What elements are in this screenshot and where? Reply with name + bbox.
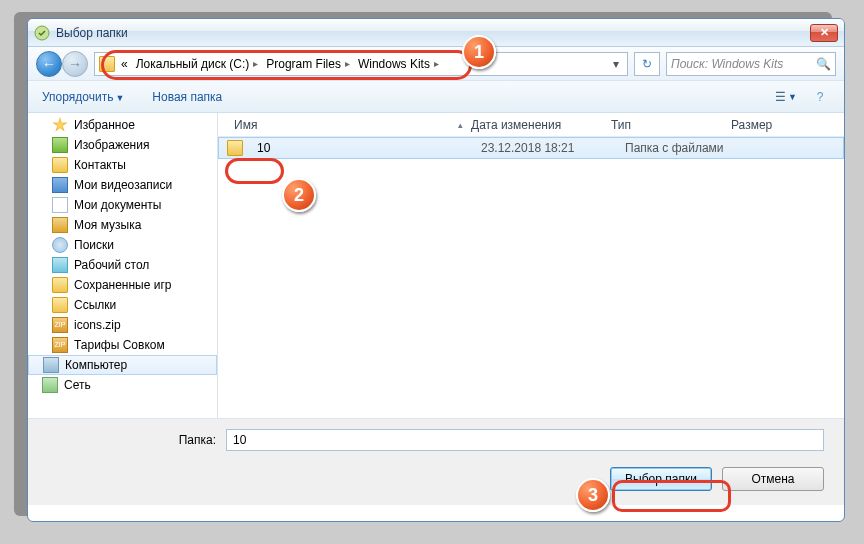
folder-name-input[interactable] [226, 429, 824, 451]
toolbar: Упорядочить▼ Новая папка ☰ ▼ ? [28, 81, 844, 113]
col-date[interactable]: Дата изменения [463, 118, 603, 132]
title-bar: Выбор папки ✕ [28, 19, 844, 47]
sidebar-item[interactable]: ZIPТарифы Совком [28, 335, 217, 355]
col-size[interactable]: Размер [723, 118, 780, 132]
organize-menu[interactable]: Упорядочить▼ [42, 90, 124, 104]
address-dropdown-icon[interactable]: ▾ [609, 57, 623, 71]
sidebar-item[interactable]: Сохраненные игр [28, 275, 217, 295]
cancel-button[interactable]: Отмена [722, 467, 824, 491]
search-folder-icon [52, 237, 68, 253]
sidebar-item[interactable]: Контакты [28, 155, 217, 175]
sidebar-item[interactable]: Моя музыка [28, 215, 217, 235]
music-icon [52, 217, 68, 233]
network-icon [42, 377, 58, 393]
sidebar-item[interactable]: ZIPicons.zip [28, 315, 217, 335]
folder-picker-dialog: Выбор папки ✕ ← → « Локальный диск (C:)▸… [27, 18, 845, 522]
sidebar-item[interactable]: Мои видеозаписи [28, 175, 217, 195]
zip-icon: ZIP [52, 337, 68, 353]
sidebar-item[interactable]: Мои документы [28, 195, 217, 215]
view-options-icon[interactable]: ☰ ▼ [776, 88, 796, 106]
folder-icon [227, 140, 243, 156]
zip-icon: ZIP [52, 317, 68, 333]
document-icon [52, 197, 68, 213]
video-icon [52, 177, 68, 193]
col-name[interactable]: Имя [226, 118, 458, 132]
chevron-down-icon: ▼ [115, 93, 124, 103]
file-list: Имя ▴ Дата изменения Тип Размер 10 23.12… [218, 113, 844, 418]
sidebar-item[interactable]: Избранное [28, 115, 217, 135]
refresh-button[interactable]: ↻ [634, 52, 660, 76]
sidebar-item-computer[interactable]: Компьютер [28, 355, 217, 375]
star-icon [52, 117, 68, 133]
file-type: Папка с файлами [617, 141, 732, 155]
window-title: Выбор папки [56, 26, 810, 40]
folder-icon [52, 157, 68, 173]
file-date: 23.12.2018 18:21 [473, 141, 617, 155]
search-icon: 🔍 [816, 57, 831, 71]
col-type[interactable]: Тип [603, 118, 723, 132]
computer-icon [43, 357, 59, 373]
forward-button[interactable]: → [62, 51, 88, 77]
desktop-icon [52, 257, 68, 273]
file-name: 10 [249, 141, 473, 155]
sidebar-item[interactable]: Сеть [28, 375, 217, 395]
search-placeholder: Поиск: Windows Kits [671, 57, 783, 71]
file-row[interactable]: 10 23.12.2018 18:21 Папка с файлами [218, 137, 844, 159]
sidebar-item[interactable]: Рабочий стол [28, 255, 217, 275]
close-button[interactable]: ✕ [810, 24, 838, 42]
images-icon [52, 137, 68, 153]
column-headers[interactable]: Имя ▴ Дата изменения Тип Размер [218, 113, 844, 137]
folder-icon [52, 297, 68, 313]
search-input[interactable]: Поиск: Windows Kits 🔍 [666, 52, 836, 76]
folder-icon [52, 277, 68, 293]
new-folder-button[interactable]: Новая папка [152, 90, 222, 104]
help-icon[interactable]: ? [810, 88, 830, 106]
sidebar-item[interactable]: Изображения [28, 135, 217, 155]
folder-label: Папка: [48, 433, 216, 447]
sidebar[interactable]: Избранное Изображения Контакты Мои видео… [28, 113, 218, 418]
sidebar-item[interactable]: Поиски [28, 235, 217, 255]
back-button[interactable]: ← [36, 51, 62, 77]
sidebar-item[interactable]: Ссылки [28, 295, 217, 315]
app-icon [34, 25, 50, 41]
